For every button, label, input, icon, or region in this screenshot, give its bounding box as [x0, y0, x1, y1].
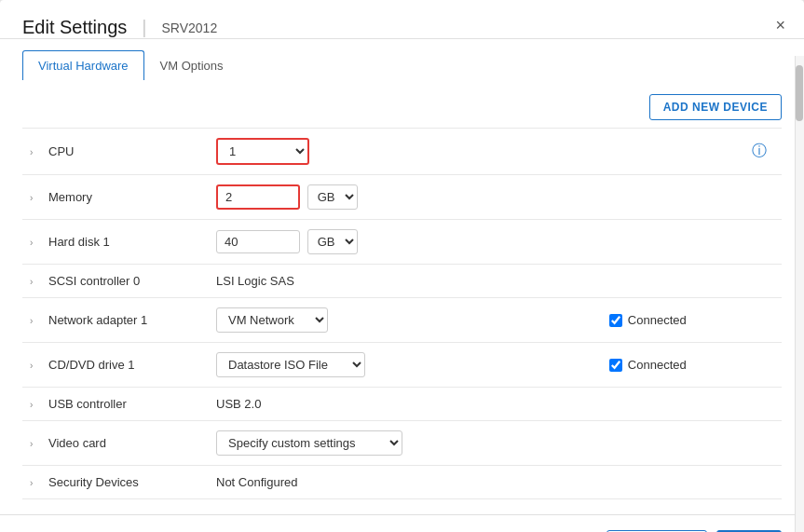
hard-disk-input[interactable]: [216, 230, 300, 253]
expand-memory[interactable]: ›: [22, 175, 41, 220]
network-connected-label: Connected: [628, 313, 687, 327]
chevron-right-icon: ›: [30, 361, 33, 371]
table-row: › SCSI controller 0 LSI Logic SAS: [22, 265, 782, 298]
hard-disk-unit-select[interactable]: GB MB: [307, 229, 358, 254]
usb-value: USB 2.0: [216, 397, 261, 411]
security-value: Not Configured: [216, 475, 297, 489]
expand-security[interactable]: ›: [22, 466, 41, 499]
toolbar: ADD NEW DEVICE: [22, 94, 782, 120]
network-value-cell: VM Network: [209, 298, 602, 343]
expand-hard-disk[interactable]: ›: [22, 220, 41, 265]
table-row: › Hard disk 1 GB MB: [22, 220, 782, 265]
add-new-device-button[interactable]: ADD NEW DEVICE: [649, 94, 782, 120]
table-row: › Memory GB MB: [22, 175, 782, 220]
hard-disk-label: Hard disk 1: [41, 220, 209, 265]
chevron-right-icon: ›: [30, 147, 33, 157]
security-value-cell: Not Configured: [209, 466, 602, 499]
dvd-value-cell: Datastore ISO File Client Device Host De…: [209, 343, 602, 388]
dialog-header: Edit Settings | SRV2012 ×: [0, 0, 804, 39]
scsi-label: SCSI controller 0: [41, 265, 209, 298]
info-icon[interactable]: ⓘ: [752, 143, 767, 158]
tabs-bar: Virtual Hardware VM Options: [0, 50, 804, 79]
video-label: Video card: [41, 421, 209, 466]
dialog-subtitle: SRV2012: [162, 20, 218, 35]
table-row: › USB controller USB 2.0: [22, 388, 782, 421]
expand-cpu[interactable]: ›: [22, 129, 41, 175]
security-label: Security Devices: [41, 466, 209, 499]
memory-unit-select[interactable]: GB MB: [307, 184, 358, 210]
tab-vm-options[interactable]: VM Options: [144, 50, 239, 80]
cpu-select[interactable]: 1 2 4 8: [216, 138, 309, 165]
chevron-right-icon: ›: [30, 478, 33, 488]
dialog-body: ADD NEW DEVICE › CPU 1 2 4 8: [0, 79, 804, 514]
edit-settings-dialog: Edit Settings | SRV2012 × Virtual Hardwa…: [0, 0, 804, 532]
usb-value-cell: USB 2.0: [209, 388, 602, 421]
scrollbar-track: [795, 56, 804, 532]
close-button[interactable]: ×: [771, 13, 789, 37]
dvd-connected-label: Connected: [628, 358, 687, 372]
expand-scsi[interactable]: ›: [22, 265, 41, 298]
chevron-right-icon: ›: [30, 277, 33, 287]
video-value-cell: Specify custom settings Auto-detect sett…: [209, 421, 602, 466]
expand-video[interactable]: ›: [22, 421, 41, 466]
network-connected-cell: Connected: [602, 298, 782, 343]
network-connected-checkbox[interactable]: [609, 314, 622, 327]
network-select[interactable]: VM Network: [216, 307, 328, 333]
memory-input[interactable]: [216, 184, 300, 210]
memory-label: Memory: [41, 175, 209, 220]
table-row: › CPU 1 2 4 8 ⓘ: [22, 129, 782, 175]
chevron-right-icon: ›: [30, 193, 33, 203]
table-row: › Video card Specify custom settings Aut…: [22, 421, 782, 466]
dialog-footer: CANCEL OK: [0, 514, 804, 532]
dvd-label: CD/DVD drive 1: [41, 343, 209, 388]
chevron-right-icon: ›: [30, 238, 33, 248]
cpu-value-cell: 1 2 4 8: [209, 129, 602, 175]
dvd-connected-checkbox[interactable]: [609, 359, 622, 372]
scsi-value: LSI Logic SAS: [216, 274, 294, 288]
scsi-value-cell: LSI Logic SAS: [209, 265, 602, 298]
settings-table: › CPU 1 2 4 8 ⓘ: [22, 128, 782, 499]
tab-virtual-hardware[interactable]: Virtual Hardware: [22, 50, 144, 80]
hard-disk-value-cell: GB MB: [209, 220, 602, 265]
expand-dvd[interactable]: ›: [22, 343, 41, 388]
chevron-right-icon: ›: [30, 316, 33, 326]
dvd-select[interactable]: Datastore ISO File Client Device Host De…: [216, 352, 365, 377]
expand-network[interactable]: ›: [22, 298, 41, 343]
cpu-label: CPU: [41, 129, 209, 175]
video-select[interactable]: Specify custom settings Auto-detect sett…: [216, 430, 402, 456]
table-row: › Security Devices Not Configured: [22, 466, 782, 499]
memory-value-cell: GB MB: [209, 175, 602, 220]
table-row: › CD/DVD drive 1 Datastore ISO File Clie…: [22, 343, 782, 388]
network-label: Network adapter 1: [41, 298, 209, 343]
chevron-right-icon: ›: [30, 400, 33, 410]
dvd-connected-cell: Connected: [602, 343, 782, 388]
table-row: › Network adapter 1 VM Network Connected: [22, 298, 782, 343]
chevron-right-icon: ›: [30, 439, 33, 449]
usb-label: USB controller: [41, 388, 209, 421]
dialog-title: Edit Settings: [22, 17, 127, 38]
expand-usb[interactable]: ›: [22, 388, 41, 421]
scrollbar-thumb[interactable]: [796, 65, 803, 121]
cpu-info-cell: ⓘ: [602, 129, 782, 175]
